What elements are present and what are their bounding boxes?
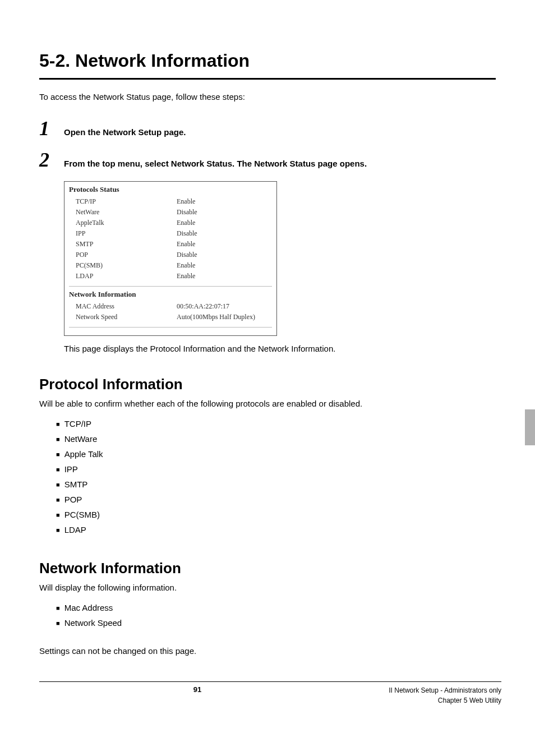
- protocol-status: Enable: [177, 240, 272, 248]
- protocol-status: Enable: [177, 261, 272, 270]
- list-item: TCP/IP: [56, 416, 496, 431]
- protocol-status: Enable: [177, 272, 272, 280]
- list-item: Apple Talk: [56, 446, 496, 462]
- list-item: Network Speed: [56, 615, 496, 630]
- list-item: Mac Address: [56, 600, 496, 615]
- protocol-row: TCP/IPEnable: [69, 196, 272, 207]
- protocol-row: LDAPEnable: [69, 271, 272, 282]
- figure-divider: [69, 327, 272, 328]
- protocol-status: Disable: [177, 229, 272, 238]
- page-number: 91: [39, 685, 356, 694]
- protocol-row: IPPDisable: [69, 228, 272, 239]
- step-number: 1: [39, 118, 64, 139]
- protocol-name: NetWare: [69, 208, 177, 216]
- protocol-list: TCP/IP NetWare Apple Talk IPP SMTP POP P…: [56, 416, 496, 537]
- network-row: MAC Address00:50:AA:22:07:17: [69, 301, 272, 312]
- list-item: IPP: [56, 462, 496, 477]
- step-2: 2 From the top menu, select Network Stat…: [39, 150, 496, 170]
- closing-text: Settings can not be changed on this page…: [39, 646, 496, 656]
- protocol-status: Enable: [177, 219, 272, 227]
- page-footer: 91 II Network Setup - Administrators onl…: [39, 675, 501, 706]
- protocol-name: SMTP: [69, 240, 177, 248]
- footer-section-label: II Network Setup - Administrators only: [356, 685, 501, 695]
- document-page: 5-2. Network Information To access the N…: [0, 0, 535, 756]
- network-label: MAC Address: [69, 302, 177, 311]
- network-information-heading: Network Information: [69, 290, 272, 299]
- step-1: 1 Open the Network Setup page.: [39, 118, 496, 139]
- title-rule: [39, 78, 496, 80]
- list-item: SMTP: [56, 477, 496, 492]
- network-value: 00:50:AA:22:07:17: [177, 302, 272, 311]
- figure-divider: [69, 286, 272, 287]
- network-value: Auto(100Mbps Half Duplex): [177, 313, 272, 321]
- screenshot-figure: Protocols Status TCP/IPEnable NetWareDis…: [64, 181, 277, 336]
- list-item: LDAP: [56, 522, 496, 537]
- protocols-status-heading: Protocols Status: [69, 185, 272, 194]
- protocol-row: PC(SMB)Enable: [69, 260, 272, 271]
- thumb-tab: [525, 409, 535, 445]
- protocol-name: TCP/IP: [69, 197, 177, 206]
- protocol-name: PC(SMB): [69, 261, 177, 270]
- protocol-row: NetWareDisable: [69, 207, 272, 218]
- network-row: Network SpeedAuto(100Mbps Half Duplex): [69, 312, 272, 322]
- network-info-heading: Network Information: [39, 560, 496, 577]
- protocol-status: Enable: [177, 197, 272, 206]
- footer-chapter-label: Chapter 5 Web Utility: [356, 695, 501, 706]
- protocol-row: AppleTalkEnable: [69, 218, 272, 228]
- step-number: 2: [39, 150, 64, 170]
- network-list: Mac Address Network Speed: [56, 600, 496, 630]
- protocol-name: POP: [69, 251, 177, 259]
- list-item: PC(SMB): [56, 507, 496, 522]
- intro-text: To access the Network Status page, follo…: [39, 92, 496, 102]
- protocol-status: Disable: [177, 208, 272, 216]
- footer-right-block: II Network Setup - Administrators only C…: [356, 685, 501, 706]
- network-label: Network Speed: [69, 313, 177, 321]
- step-text: From the top menu, select Network Status…: [64, 155, 367, 168]
- step-text: Open the Network Setup page.: [64, 124, 186, 137]
- figure-caption: This page displays the Protocol Informat…: [64, 344, 496, 353]
- protocol-status: Disable: [177, 251, 272, 259]
- network-info-text: Will display the following information.: [39, 583, 496, 592]
- protocol-name: IPP: [69, 229, 177, 238]
- protocol-name: AppleTalk: [69, 219, 177, 227]
- protocol-info-heading: Protocol Information: [39, 376, 496, 393]
- protocol-name: LDAP: [69, 272, 177, 280]
- list-item: POP: [56, 492, 496, 507]
- page-title: 5-2. Network Information: [39, 50, 496, 71]
- list-item: NetWare: [56, 431, 496, 446]
- protocol-info-text: Will be able to confirm whether each of …: [39, 399, 496, 408]
- protocol-row: SMTPEnable: [69, 239, 272, 250]
- protocol-row: POPDisable: [69, 250, 272, 260]
